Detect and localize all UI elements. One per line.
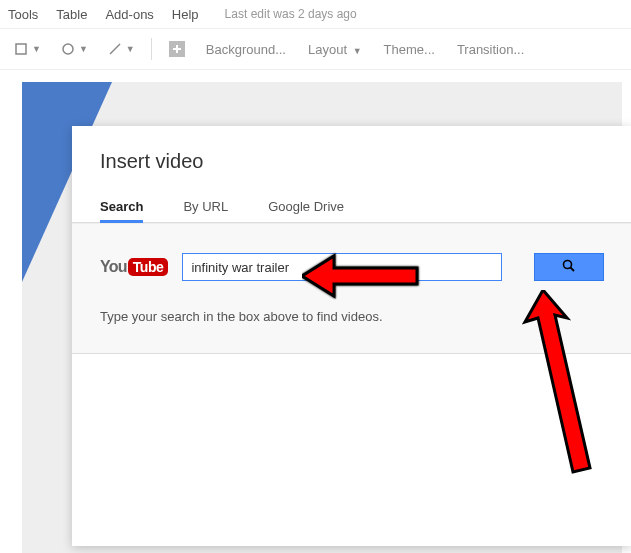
- menu-addons[interactable]: Add-ons: [105, 7, 153, 22]
- tool-crop[interactable]: ▼: [6, 36, 47, 62]
- chevron-down-icon: ▼: [126, 44, 135, 54]
- svg-point-6: [564, 260, 572, 268]
- svg-line-2: [110, 44, 120, 54]
- tool-theme[interactable]: Theme...: [376, 38, 443, 61]
- search-button[interactable]: [534, 253, 604, 281]
- crop-icon: [12, 40, 30, 58]
- youtube-you-text: You: [100, 258, 127, 276]
- svg-point-1: [63, 44, 73, 54]
- tab-by-url[interactable]: By URL: [183, 191, 228, 222]
- tool-background[interactable]: Background...: [198, 38, 294, 61]
- menu-table[interactable]: Table: [56, 7, 87, 22]
- edit-status: Last edit was 2 days ago: [225, 7, 357, 21]
- toolbar: ▼ ▼ ▼ Background... Layout ▼ Theme... Tr…: [0, 28, 631, 70]
- line-icon: [106, 40, 124, 58]
- annotation-arrow-2: [505, 290, 605, 480]
- tab-google-drive[interactable]: Google Drive: [268, 191, 344, 222]
- tab-search[interactable]: Search: [100, 191, 143, 222]
- tool-layout[interactable]: Layout ▼: [300, 38, 370, 61]
- tool-line[interactable]: ▼: [100, 36, 141, 62]
- svg-line-7: [571, 267, 575, 271]
- annotation-arrow-1: [302, 246, 422, 306]
- separator: [151, 38, 152, 60]
- svg-marker-9: [525, 290, 590, 472]
- dialog-tabs: Search By URL Google Drive: [72, 191, 631, 223]
- search-icon: [562, 259, 576, 276]
- tool-shape[interactable]: ▼: [53, 36, 94, 62]
- menu-bar: Tools Table Add-ons Help Last edit was 2…: [0, 0, 631, 28]
- plus-icon: [168, 40, 186, 58]
- dialog-title: Insert video: [72, 126, 631, 191]
- tool-transition[interactable]: Transition...: [449, 38, 532, 61]
- chevron-down-icon: ▼: [79, 44, 88, 54]
- chevron-down-icon: ▼: [353, 46, 362, 56]
- chevron-down-icon: ▼: [32, 44, 41, 54]
- tool-add[interactable]: [162, 36, 192, 62]
- shape-icon: [59, 40, 77, 58]
- svg-rect-0: [16, 44, 26, 54]
- youtube-logo: You Tube: [100, 258, 168, 276]
- menu-help[interactable]: Help: [172, 7, 199, 22]
- menu-tools[interactable]: Tools: [8, 7, 38, 22]
- svg-marker-8: [302, 256, 417, 296]
- youtube-tube-text: Tube: [128, 258, 169, 276]
